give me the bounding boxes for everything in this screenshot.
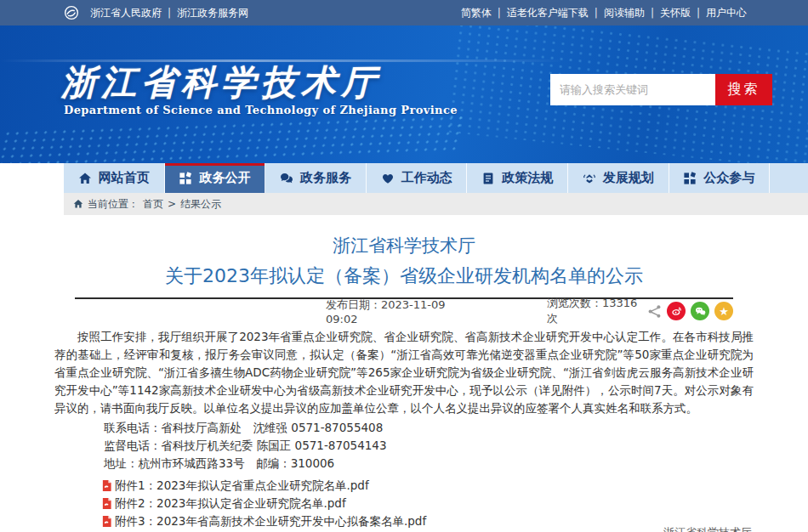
banner-dots-decoration: [0, 114, 465, 163]
nav-item-policies[interactable]: 政策法规: [467, 163, 568, 193]
top-utility-bar: 浙江省人民政府 | 浙江政务服务网 简繁体 | 适老化客户端下载 | 阅读辅助 …: [0, 0, 808, 25]
contact-info: 联系电话：省科技厅高新处 沈维强 0571-87055408 监督电话：省科技厅…: [54, 419, 754, 473]
handshake-icon: [583, 172, 596, 185]
search-button[interactable]: 搜索: [715, 74, 772, 105]
article-title: 关于2023年拟认定（备案）省级企业研发机构名单的公示: [0, 263, 808, 289]
link-reading-assist[interactable]: 阅读辅助: [604, 6, 645, 20]
attachment-link-2[interactable]: 附件2：2023年拟认定省企业研究院名单.pdf: [54, 495, 754, 512]
qzone-share-icon[interactable]: ★: [714, 302, 733, 320]
attachment-link-1[interactable]: 附件1：2023年拟认定省重点企业研究院名单.pdf: [54, 477, 754, 495]
breadcrumb-arrow: >: [168, 198, 176, 210]
search-input[interactable]: [550, 74, 715, 105]
supervision-phone-line: 监督电话：省科技厅机关纪委 陈国正 0571-87054143: [54, 437, 754, 455]
article-body: 按照工作安排，我厅组织开展了2023年省重点企业研究院、省企业研究院、省高新技术…: [54, 328, 754, 417]
share-icon[interactable]: [647, 304, 662, 319]
address-line: 地址：杭州市环城西路33号 邮编：310006: [54, 455, 754, 473]
weibo-share-icon[interactable]: [667, 302, 686, 320]
share-bar: ★: [647, 302, 733, 320]
home-icon: [78, 172, 92, 185]
document-icon: [481, 172, 495, 185]
site-title-english: Department of Science and Technology of …: [64, 104, 458, 116]
attachment-list: 附件1：2023年拟认定省重点企业研究院名单.pdf 附件2：2023年拟认定省…: [54, 477, 754, 530]
gov-open-grid-icon: [179, 172, 192, 185]
view-count: 浏览次数：13316次: [547, 296, 647, 326]
heart-icon: [381, 172, 395, 185]
pdf-icon: [101, 497, 112, 510]
link-gov-service-site[interactable]: 浙江政务服务网: [177, 6, 248, 20]
separator: |: [651, 7, 654, 19]
site-banner: 浙江省科学技术厅 Department of Science and Techn…: [0, 25, 808, 163]
topbar-right-links: 简繁体 | 适老化客户端下载 | 阅读辅助 | 关怀版 | 用户中心: [461, 6, 747, 20]
link-care-version[interactable]: 关怀版: [660, 6, 691, 20]
site-title: 浙江省科学技术厅: [61, 59, 381, 106]
publish-date-label: 发布日期：: [326, 298, 381, 311]
site-search: 搜索: [550, 74, 772, 105]
link-elderly-client-download[interactable]: 适老化客户端下载: [507, 6, 589, 20]
pdf-icon: [101, 515, 112, 528]
view-count-label: 浏览次数：: [547, 297, 602, 309]
nav-item-gov-open[interactable]: 政务公开: [165, 163, 266, 193]
government-logo-icon: [64, 5, 79, 20]
nav-item-home[interactable]: 网站首页: [64, 163, 165, 193]
nav-item-public-participation[interactable]: 公众参与: [669, 163, 771, 193]
breadcrumb-label: 当前位置：: [88, 197, 139, 212]
separator: |: [168, 7, 171, 19]
link-simplified-traditional[interactable]: 简繁体: [461, 6, 492, 20]
wechat-share-icon[interactable]: [691, 302, 709, 320]
article-meta: 发布日期：2023-11-09 09:02 浏览次数：13316次: [75, 299, 733, 323]
separator: |: [595, 7, 598, 19]
link-user-center[interactable]: 用户中心: [706, 6, 747, 20]
breadcrumb-current: 结果公示: [180, 197, 221, 212]
publish-date: 发布日期：2023-11-09 09:02: [326, 297, 479, 325]
nav-item-gov-service[interactable]: 政务服务: [265, 163, 367, 193]
participation-grid-icon: [683, 172, 697, 185]
nav-item-work-news[interactable]: 工作动态: [367, 163, 468, 193]
breadcrumb: 当前位置： 首页> 结果公示: [64, 193, 808, 215]
nav-item-development-plans[interactable]: 发展规划: [568, 163, 669, 193]
link-provincial-government[interactable]: 浙江省人民政府: [90, 6, 162, 20]
main-nav: 网站首页 政务公开 政务服务 工作动态 政策法规: [64, 163, 808, 193]
article-org-title: 浙江省科学技术厅: [0, 234, 808, 258]
topbar-left-links: 浙江省人民政府 | 浙江政务服务网: [64, 5, 248, 20]
chat-bubbles-icon: [280, 172, 293, 185]
contact-phone-line: 联系电话：省科技厅高新处 沈维强 0571-87055408: [54, 419, 754, 437]
separator: |: [498, 7, 501, 19]
breadcrumb-home-link[interactable]: 首页: [143, 197, 163, 212]
separator: |: [697, 7, 700, 19]
home-icon: [73, 199, 83, 209]
pdf-icon: [101, 479, 112, 492]
